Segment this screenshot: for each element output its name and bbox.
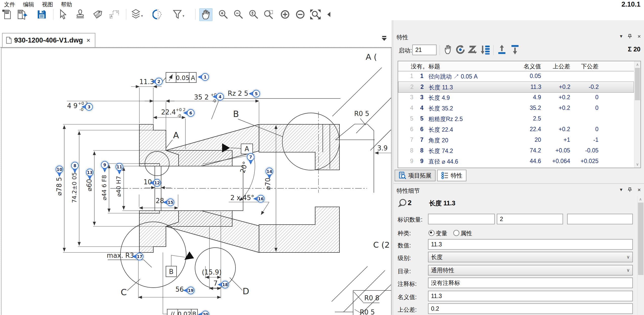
scroll-down-icon[interactable]: ∨	[634, 162, 640, 167]
col-nominal[interactable]: 名义值	[517, 63, 541, 70]
panel-splitter[interactable]	[392, 20, 394, 315]
filter-button[interactable]: ▾	[171, 8, 184, 21]
collapse-toolbar-button[interactable]	[326, 8, 332, 21]
decrease-button[interactable]	[294, 8, 307, 21]
dimension-text: D	[243, 286, 249, 296]
layers-icon	[130, 9, 141, 20]
panel-collapse-icon[interactable]: ▼	[619, 187, 623, 192]
balloon-9[interactable]: 9	[100, 160, 109, 172]
table-row[interactable]: 44长度 35.235.2+0.20	[398, 103, 634, 113]
tab-list-more-button[interactable]	[381, 36, 387, 42]
dimension-text: 74.2±0 05	[71, 172, 78, 203]
balloon-5[interactable]: 5	[249, 89, 261, 98]
table-row[interactable]: 99直径 ⌀ 44.644.6+0.064+0.025	[398, 156, 634, 167]
col-upper[interactable]: 上公差	[545, 63, 570, 70]
refresh-order-button[interactable]	[455, 45, 465, 56]
save-button[interactable]	[35, 8, 48, 21]
tag-button[interactable]	[91, 8, 104, 21]
balloon-outline-icon	[398, 199, 407, 208]
table-row[interactable]: 22长度 11.311.3+0.2-0.2	[398, 82, 634, 93]
kind-radio-variable[interactable]: 变量	[428, 229, 447, 237]
table-scrollbar-thumb[interactable]	[635, 68, 640, 100]
scroll-up-icon[interactable]: ∧	[637, 197, 643, 202]
id-count-input-3[interactable]	[567, 214, 633, 224]
balloon-1[interactable]: 1	[198, 72, 210, 82]
table-row[interactable]: 88长度 74.274.2+0.05-0.05	[398, 145, 634, 156]
layers-button[interactable]: ▾	[130, 8, 142, 21]
pan-hand-button[interactable]	[199, 8, 212, 21]
table-row[interactable]: 33长度 4.94.9+0.20	[398, 92, 634, 103]
zoom-fit-button[interactable]	[309, 8, 322, 21]
col-no[interactable]: 没有。	[411, 63, 428, 70]
details-scrollbar[interactable]: ∧	[637, 196, 644, 315]
catalog-combo[interactable]: 通用特性∨	[428, 265, 633, 275]
balloon-19[interactable]: 19	[183, 286, 195, 295]
app-version: 2.10.1	[621, 1, 640, 8]
table-cell: 22.4	[517, 126, 541, 133]
panel-close-icon[interactable]: ✕	[637, 187, 641, 193]
zoom-dynamic-button[interactable]	[247, 8, 260, 21]
list-order-button[interactable]	[481, 45, 491, 56]
nominal-input[interactable]: 11.3	[428, 291, 633, 301]
balloon-8[interactable]: 8	[70, 161, 79, 173]
stamp-button[interactable]	[74, 8, 87, 21]
table-row[interactable]: 77角度 2020+1-1	[398, 135, 634, 145]
balloon-20[interactable]: 20	[198, 310, 210, 315]
partial-region-icon: 1A	[109, 9, 120, 20]
move-top-button[interactable]	[497, 45, 507, 56]
svg-text:18: 18	[222, 282, 228, 287]
svg-text:12: 12	[154, 181, 160, 185]
balloon-11[interactable]: 11	[115, 162, 124, 174]
open-document-button[interactable]	[16, 8, 28, 21]
zoom-out-button[interactable]	[232, 8, 245, 21]
panel-collapse-icon[interactable]: ▼	[619, 34, 623, 39]
col-title[interactable]: 标题	[428, 63, 440, 70]
panel-pin-icon[interactable]	[628, 34, 632, 40]
value-input[interactable]: 11.3	[428, 239, 633, 250]
table-row[interactable]: 55粗糙度Rz 2.52.5	[398, 113, 634, 124]
panel-close-icon[interactable]: ✕	[637, 34, 641, 39]
panel-divider	[394, 183, 644, 184]
filter-dropdown-icon[interactable]: ▾	[183, 14, 184, 18]
layers-dropdown-icon[interactable]: ▾	[141, 14, 143, 18]
details-scrollbar-thumb[interactable]	[638, 203, 643, 275]
panel-pin-icon[interactable]	[628, 187, 632, 193]
pick-hand-button[interactable]	[443, 45, 452, 56]
balloon-13[interactable]: 13	[85, 168, 94, 180]
id-count-input-1[interactable]	[428, 214, 495, 224]
z-order-button[interactable]	[468, 45, 478, 56]
table-row[interactable]: 66长度 22.422.4+0.20	[398, 124, 634, 135]
table-cell: 0.05	[517, 73, 541, 80]
note-input[interactable]: 没有注释标	[428, 278, 633, 288]
zoom-in-button[interactable]	[217, 8, 230, 21]
svg-text:2: 2	[157, 79, 160, 84]
class-combo[interactable]: 长度∨	[428, 252, 633, 262]
new-document-button[interactable]	[1, 8, 14, 21]
balloon-14[interactable]: 14	[265, 167, 274, 179]
tab-properties[interactable]: 特性	[437, 170, 466, 181]
balloon-15[interactable]: 15	[163, 198, 175, 207]
partial-region-button[interactable]: 1A	[108, 8, 121, 21]
select-button[interactable]	[57, 8, 69, 21]
properties-table[interactable]: 没有。 标题 名义值 上公差 下公差 11径向跳动 ↗ 0.05 A0.0522…	[398, 61, 641, 168]
balloon-10[interactable]: 10	[55, 165, 64, 177]
document-tab[interactable]: 930-1200-406-V1.dwg ×	[2, 33, 95, 47]
new-document-icon	[2, 9, 13, 20]
col-lower[interactable]: 下公差	[573, 63, 598, 70]
id-count-input-2[interactable]: 2	[497, 214, 563, 224]
mirror-button[interactable]	[152, 8, 164, 21]
zoom-window-button[interactable]	[263, 8, 275, 21]
increase-button[interactable]	[279, 8, 291, 21]
upper-tol-input[interactable]: 0.2	[428, 303, 633, 314]
table-row[interactable]: 11径向跳动 ↗ 0.05 A0.05	[398, 71, 634, 82]
tab-close-icon[interactable]: ×	[85, 36, 91, 44]
scroll-up-icon[interactable]: ∧	[634, 62, 640, 67]
kind-radio-attribute[interactable]: 属性	[453, 229, 472, 237]
dimension-text: 28	[156, 197, 164, 205]
drawing-viewport[interactable]: 11.30.05A4 9+0 2-035 2+0.2-022.4+0 2-0Rz…	[1, 48, 392, 315]
tab-project-extension[interactable]: 项目拓展	[395, 170, 436, 181]
properties-list-icon	[441, 172, 449, 179]
table-scrollbar[interactable]: ∧ ∨	[634, 61, 640, 168]
move-bottom-button[interactable]	[510, 45, 520, 56]
start-input[interactable]: 21	[412, 45, 437, 55]
